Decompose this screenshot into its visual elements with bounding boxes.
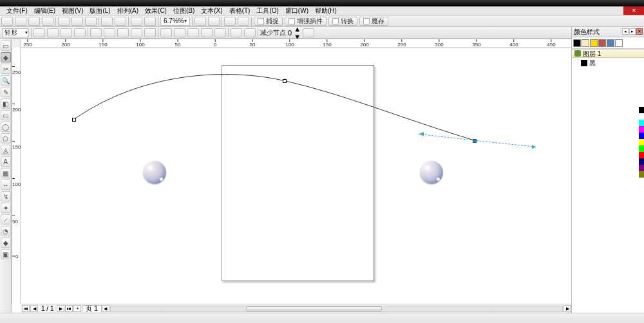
paste-button[interactable] [85, 17, 97, 26]
smooth-node-icon[interactable] [131, 28, 142, 37]
export-button[interactable] [144, 17, 156, 26]
menu-bitmap[interactable]: 位图(B) [172, 8, 196, 14]
interactive-tool[interactable]: ✦ [1, 203, 11, 213]
line-to-curve-icon[interactable] [90, 28, 102, 37]
plugin-snap-button[interactable]: 捕捉 [254, 17, 283, 26]
curve-mid-node[interactable] [283, 79, 287, 83]
shape-mode-dropdown[interactable]: 矩形 [2, 28, 29, 37]
docker-left-icon[interactable]: ◂ [622, 28, 629, 35]
extract-icon[interactable] [174, 28, 185, 37]
hscroll-right-arrow[interactable]: ▶ [564, 305, 571, 312]
curve-end-node-selected[interactable] [473, 139, 477, 143]
plugin-store-button[interactable]: 魔存 [359, 17, 388, 26]
menu-table[interactable]: 表格(T) [228, 8, 252, 14]
hscroll-left-arrow[interactable]: ◀ [102, 305, 109, 312]
options-button[interactable] [208, 17, 220, 26]
node-delete-icon[interactable] [47, 28, 59, 37]
menu-arrange[interactable]: 排列(A) [116, 8, 140, 14]
drawing-canvas[interactable] [21, 48, 571, 304]
palette-swatch[interactable] [639, 107, 644, 113]
options-icon[interactable] [238, 17, 249, 26]
new-button[interactable] [1, 17, 13, 26]
freehand-tool[interactable]: ✎ [1, 87, 11, 97]
node-add-icon[interactable] [33, 28, 45, 37]
zoom-level-dropdown[interactable]: 6.7%% [160, 17, 190, 26]
palette-swatch[interactable] [639, 145, 644, 152]
menu-layout[interactable]: 版面(L) [88, 8, 111, 14]
print-button[interactable] [42, 17, 53, 26]
basic-shapes-tool[interactable]: ◬ [1, 145, 11, 155]
docker-title-bar[interactable]: 颜色样式 ◂ ▸ ✕ [572, 27, 644, 37]
rotate-icon[interactable] [201, 28, 213, 37]
menu-effects[interactable]: 效果(C) [144, 8, 168, 14]
swatch[interactable] [582, 39, 589, 47]
table-tool[interactable]: ▦ [1, 168, 11, 178]
ellipse-tool[interactable]: ◯ [1, 122, 11, 132]
rectangle-tool[interactable]: ▭ [1, 110, 11, 120]
import-button[interactable] [131, 17, 142, 26]
docker-right-icon[interactable]: ▸ [629, 28, 636, 35]
symmetric-node-icon[interactable] [144, 28, 156, 37]
sphere-object-2[interactable] [420, 161, 443, 184]
open-button[interactable] [15, 17, 26, 26]
node-break-icon[interactable] [74, 28, 86, 37]
docker-close-icon[interactable]: ✕ [636, 28, 643, 35]
interactive-fill-tool[interactable]: ▣ [1, 249, 11, 259]
layer-header[interactable]: 图层 1 [572, 49, 644, 58]
fill-entry[interactable]: 黑 [572, 58, 644, 68]
plugin-convert-button[interactable]: 转换 [328, 17, 357, 26]
cut-button[interactable] [58, 17, 70, 26]
smart-fill-tool[interactable]: ◧ [1, 98, 11, 109]
hscroll-track[interactable] [110, 306, 563, 312]
save-button[interactable] [28, 17, 40, 26]
connector-tool[interactable]: ↯ [1, 191, 11, 201]
select-all-icon[interactable] [244, 28, 256, 37]
zoom-tool[interactable]: 🔍 [1, 75, 11, 86]
palette-swatch[interactable] [639, 139, 644, 145]
add-page-button[interactable]: + [73, 305, 81, 312]
undo-button[interactable] [101, 17, 113, 26]
palette-swatch[interactable] [639, 133, 644, 139]
snap-button[interactable] [194, 17, 206, 26]
text-tool[interactable]: A [1, 156, 11, 167]
palette-swatch[interactable] [639, 171, 644, 178]
ruler-origin[interactable] [12, 39, 21, 48]
bbox-icon[interactable] [303, 28, 314, 37]
palette-swatch[interactable] [639, 152, 644, 158]
align-icon[interactable] [214, 28, 226, 37]
palette-swatch[interactable] [639, 158, 644, 165]
menu-file[interactable]: 文件(F) [5, 8, 29, 14]
fill-tool[interactable]: ◆ [1, 237, 11, 248]
swatch[interactable] [607, 39, 614, 47]
first-page-button[interactable]: ⏮ [22, 305, 30, 312]
hscroll-thumb[interactable] [246, 306, 381, 311]
swatch[interactable] [590, 39, 598, 47]
polygon-tool[interactable]: ⬠ [1, 133, 11, 143]
window-close-button[interactable]: ✕ [623, 6, 644, 15]
palette-swatch[interactable] [639, 113, 644, 120]
reverse-icon[interactable] [160, 28, 172, 37]
elastic-icon[interactable] [231, 28, 242, 37]
swatch[interactable] [598, 39, 606, 47]
menu-edit[interactable]: 编辑(E) [33, 8, 57, 14]
plugin-enhance-button[interactable]: 增强插件 [285, 17, 327, 26]
align-button[interactable] [224, 17, 236, 26]
palette-swatch[interactable] [639, 120, 644, 126]
copy-button[interactable] [71, 17, 83, 26]
pick-tool[interactable]: ▭ [1, 41, 11, 51]
menu-text[interactable]: 文本(X) [200, 8, 223, 14]
menu-window[interactable]: 窗口(W) [284, 8, 310, 14]
curve-to-line-icon[interactable] [104, 28, 115, 37]
sphere-object-1[interactable] [143, 161, 166, 184]
swatch[interactable] [615, 39, 623, 47]
menu-help[interactable]: 帮助(H) [314, 8, 338, 14]
next-page-button[interactable]: ▶ [57, 305, 64, 312]
outline-tool[interactable]: ◔ [1, 226, 11, 236]
eyedropper-tool[interactable]: ⟋ [1, 214, 11, 225]
redo-button[interactable] [115, 17, 126, 26]
crop-tool[interactable]: ✂ [1, 64, 11, 74]
reduce-nodes-input[interactable]: 0 [288, 29, 292, 37]
swatch[interactable] [573, 39, 581, 47]
menu-tools[interactable]: 工具(O) [255, 8, 279, 14]
prev-page-button[interactable]: ◀ [30, 305, 38, 312]
